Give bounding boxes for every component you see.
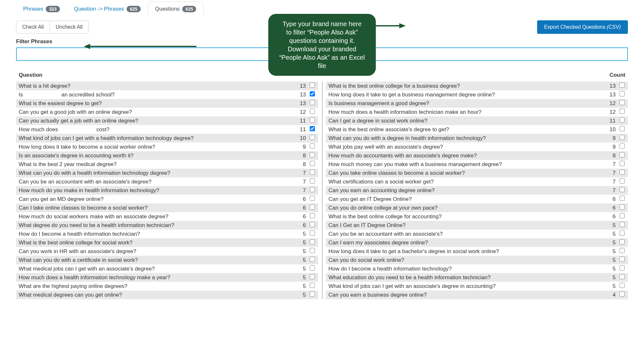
row-checkbox[interactable]: [620, 100, 625, 105]
table-row: How long does it take to become a social…: [16, 143, 318, 151]
row-checkbox[interactable]: [620, 222, 625, 227]
row-checkbox[interactable]: [620, 274, 625, 279]
question-count: 12: [293, 109, 309, 115]
row-checkbox[interactable]: [620, 204, 625, 210]
row-checkbox[interactable]: [310, 178, 315, 183]
question-count: 7: [293, 187, 309, 194]
question-text: Can I get a degree in social work online…: [328, 118, 603, 124]
table-row: What is the best online college for soci…: [16, 238, 318, 247]
row-checkbox[interactable]: [620, 283, 625, 288]
row-checkbox[interactable]: [310, 109, 315, 114]
question-count: 7: [293, 179, 309, 185]
row-checkbox[interactable]: [620, 117, 625, 123]
row-checkbox[interactable]: [310, 161, 315, 166]
row-checkbox[interactable]: [310, 222, 315, 227]
question-text: What education do you need to be a healt…: [328, 274, 603, 281]
row-checkbox[interactable]: [310, 204, 315, 210]
questions-col-left: What is a hit degree?13Is an accredited …: [16, 82, 318, 299]
row-checkbox[interactable]: [620, 239, 625, 244]
row-checkbox[interactable]: [310, 291, 315, 297]
row-checkbox[interactable]: [620, 91, 625, 96]
question-text: What is a hit degree?: [19, 83, 293, 89]
row-checkbox[interactable]: [310, 213, 315, 218]
row-checkbox[interactable]: [310, 152, 315, 157]
tab-count-badge: 323: [46, 6, 60, 12]
row-checkbox[interactable]: [310, 126, 315, 131]
table-row: What can you do with a certificate in so…: [16, 256, 318, 264]
row-checkbox[interactable]: [310, 239, 315, 244]
question-text: How long does it take to become a social…: [19, 144, 293, 150]
tab-question-phrases[interactable]: Question -> Phrases625: [67, 2, 148, 16]
question-count: 6: [293, 213, 309, 220]
question-text: How much do accountants with an associat…: [328, 153, 603, 159]
tab-phrases[interactable]: Phrases323: [16, 2, 67, 16]
row-checkbox[interactable]: [620, 126, 625, 131]
question-text: What is the best online college for acco…: [328, 213, 603, 220]
table-row: How do I become a health information tec…: [326, 264, 628, 273]
table-row: What is the best 2 year medical degree?8: [16, 160, 318, 169]
question-count: 5: [293, 292, 309, 298]
table-row: How long does it take to get a business …: [326, 90, 628, 99]
row-checkbox[interactable]: [620, 135, 625, 140]
row-checkbox[interactable]: [310, 187, 315, 192]
question-text: How much does a health information techn…: [19, 274, 293, 281]
row-checkbox[interactable]: [310, 91, 315, 96]
question-count: 10: [293, 135, 309, 142]
question-text: What can you do with a certificate in so…: [19, 257, 293, 263]
table-row: How long does it take to get a bachelor'…: [326, 247, 628, 256]
row-checkbox[interactable]: [310, 100, 315, 105]
row-checkbox[interactable]: [620, 291, 625, 297]
export-label: Export Checked Questions: [544, 24, 607, 30]
row-checkbox[interactable]: [310, 274, 315, 279]
table-row: How much do you make in health informati…: [16, 186, 318, 195]
question-count: 7: [603, 187, 619, 194]
row-checkbox[interactable]: [620, 83, 625, 88]
question-text: How much money can you make with a busin…: [328, 161, 603, 168]
uncheck-all-button[interactable]: Uncheck All: [50, 21, 89, 34]
question-text: Can you take online classes to become a …: [328, 170, 603, 176]
row-checkbox[interactable]: [620, 143, 625, 149]
question-count: 8: [293, 161, 309, 168]
question-count: 10: [603, 126, 619, 133]
tab-questions[interactable]: Questions625: [148, 2, 204, 16]
question-count: 9: [293, 144, 309, 150]
row-checkbox[interactable]: [620, 170, 625, 175]
row-checkbox[interactable]: [620, 265, 625, 271]
row-checkbox[interactable]: [310, 83, 315, 88]
row-checkbox[interactable]: [620, 152, 625, 157]
row-checkbox[interactable]: [620, 248, 625, 253]
row-checkbox[interactable]: [310, 248, 315, 253]
question-text: Can you earn a business degree online?: [328, 292, 603, 298]
row-checkbox[interactable]: [620, 231, 625, 236]
table-row: Can I take online classes to become a so…: [16, 203, 318, 212]
row-checkbox[interactable]: [620, 109, 625, 114]
table-row: Can I Get an IT Degree Online?5: [326, 221, 628, 230]
table-row: What can you do with a health informatio…: [16, 169, 318, 177]
table-row: Can you take online classes to become a …: [326, 169, 628, 177]
row-checkbox[interactable]: [310, 231, 315, 236]
row-checkbox[interactable]: [310, 143, 315, 149]
table-row: How much do accountants with an associat…: [326, 151, 628, 160]
row-checkbox[interactable]: [620, 213, 625, 218]
row-checkbox[interactable]: [620, 161, 625, 166]
row-checkbox[interactable]: [310, 283, 315, 288]
row-checkbox[interactable]: [620, 187, 625, 192]
row-checkbox[interactable]: [310, 117, 315, 123]
question-count: 8: [293, 153, 309, 159]
row-checkbox[interactable]: [620, 178, 625, 183]
row-checkbox[interactable]: [310, 265, 315, 271]
row-checkbox[interactable]: [310, 135, 315, 140]
table-row: Can you work in HR with an associate's d…: [16, 247, 318, 256]
row-checkbox[interactable]: [310, 257, 315, 262]
table-row: Is an associate's degree in accounting w…: [16, 151, 318, 160]
question-text: What kind of jobs can I get with an asso…: [328, 283, 603, 290]
row-checkbox[interactable]: [310, 196, 315, 201]
row-checkbox[interactable]: [310, 170, 315, 175]
question-text: Can I earn my associates degree online?: [328, 240, 603, 246]
row-checkbox[interactable]: [620, 196, 625, 201]
row-checkbox[interactable]: [620, 257, 625, 262]
export-button[interactable]: Export Checked Questions (CSV): [537, 20, 628, 34]
question-count: 7: [603, 161, 619, 168]
question-count: 7: [603, 170, 619, 176]
check-all-button[interactable]: Check All: [16, 21, 50, 34]
